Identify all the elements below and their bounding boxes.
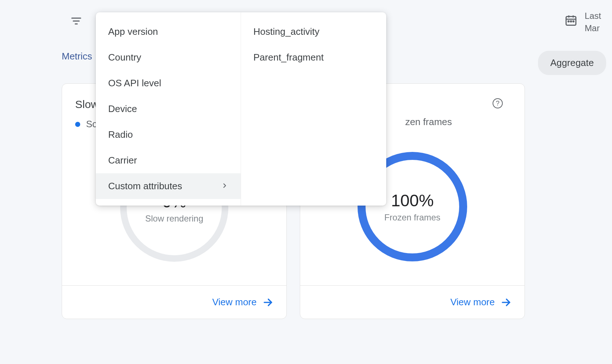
filter-icon[interactable] [70, 15, 83, 28]
menu-item-custom-attributes[interactable]: Custom attributes [96, 173, 241, 199]
date-range-text: Last Mar [585, 11, 601, 33]
menu-item-device[interactable]: Device [96, 96, 241, 122]
date-line-2: Mar [585, 23, 601, 33]
legend-text: zen frames [405, 116, 452, 128]
menu-item-country[interactable]: Country [96, 45, 241, 70]
menu-item-app-version[interactable]: App version [96, 19, 241, 45]
svg-point-7 [568, 21, 569, 22]
submenu-item-hosting-activity[interactable]: Hosting_activity [241, 19, 386, 45]
donut-value: 100% [391, 191, 434, 210]
filter-menu-primary: App version Country OS API level Device … [96, 12, 241, 206]
view-more-label: View more [212, 297, 257, 308]
view-more-label: View more [450, 297, 495, 308]
view-more-link[interactable]: View more [300, 285, 525, 319]
chevron-right-icon [221, 181, 228, 192]
tab-metrics[interactable]: Metrics [62, 51, 92, 62]
menu-item-os-api-level[interactable]: OS API level [96, 70, 241, 96]
aggregate-toggle[interactable]: Aggregate [538, 51, 606, 75]
legend-dot-icon [75, 122, 80, 127]
donut-label: Frozen frames [384, 212, 441, 223]
menu-item-carrier[interactable]: Carrier [96, 148, 241, 173]
menu-item-radio[interactable]: Radio [96, 122, 241, 148]
svg-point-9 [573, 21, 574, 22]
filter-menu-submenu: Hosting_activity Parent_fragment [241, 12, 386, 206]
date-range-picker[interactable]: Last Mar [564, 11, 601, 33]
arrow-right-icon [262, 297, 273, 308]
date-line-1: Last [585, 11, 601, 21]
filter-dropdown-menu: App version Country OS API level Device … [96, 12, 386, 206]
help-icon[interactable]: ? [493, 98, 503, 108]
donut-label: Slow rendering [145, 214, 203, 224]
calendar-icon [564, 14, 578, 28]
svg-point-8 [570, 21, 571, 22]
submenu-item-parent-fragment[interactable]: Parent_fragment [241, 45, 386, 70]
arrow-right-icon [501, 297, 511, 308]
view-more-link[interactable]: View more [62, 285, 286, 319]
